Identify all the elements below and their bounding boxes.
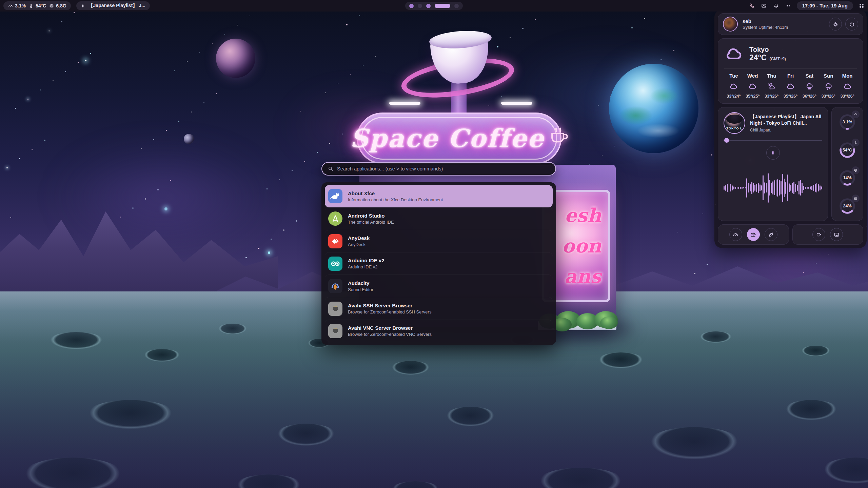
- crater: [217, 324, 248, 335]
- app-row[interactable]: AudacitySound Editor: [325, 275, 553, 297]
- crater: [390, 361, 431, 376]
- seek-slider[interactable]: [724, 138, 822, 143]
- visualizer-bar: [724, 186, 725, 190]
- track-title: 【Japanese Playlist】 Japan All Night - To…: [750, 114, 822, 126]
- workspace-dot-focused[interactable]: [435, 4, 450, 8]
- app-row[interactable]: AnyDeskAnyDesk: [325, 230, 553, 252]
- star: [703, 214, 703, 214]
- star: [6, 167, 8, 168]
- star: [203, 102, 204, 103]
- star: [271, 239, 272, 240]
- topbar-stat-value: 3.1%: [15, 3, 26, 8]
- thermometer-icon: [28, 3, 34, 8]
- visualizer-bar: [807, 187, 808, 189]
- app-launcher-search[interactable]: [321, 162, 556, 176]
- gear-button[interactable]: [829, 18, 842, 30]
- app-launcher-list: About XfceInformation about the Xfce Des…: [321, 182, 556, 345]
- crater: [85, 400, 176, 431]
- visualizer-bar: [769, 180, 770, 196]
- power-profile-leaf-button[interactable]: [765, 228, 777, 241]
- visualizer-bar: [797, 185, 798, 191]
- star: [350, 74, 351, 75]
- visualizer-bar: [750, 184, 751, 191]
- app-row[interactable]: Arduino IDE v2Arduino IDE v2: [325, 252, 553, 275]
- power-button[interactable]: [845, 18, 858, 30]
- tray-icon-wallpaper[interactable]: [761, 3, 767, 9]
- workspace-dot-occupied[interactable]: [426, 4, 431, 8]
- forecast-temps: 33°/26°: [840, 94, 854, 99]
- visualizer-bar: [732, 185, 733, 190]
- app-row[interactable]: Avahi SSH Server BrowserBrowse for Zeroc…: [325, 297, 553, 320]
- forecast-day-name: Thu: [767, 73, 776, 79]
- star: [166, 130, 167, 131]
- star: [78, 62, 79, 63]
- clock[interactable]: 17:09 - Tue, 19 Aug: [797, 1, 853, 10]
- user-card: seb System Uptime: 4h11m: [718, 13, 863, 35]
- speedometer-icon: [852, 110, 860, 118]
- forecast-day: Mon33°/26°: [838, 73, 857, 99]
- android-studio-app-icon: [328, 211, 342, 226]
- tray-icon-bell[interactable]: [773, 3, 779, 9]
- workspace-dot-occupied[interactable]: [409, 4, 414, 8]
- xfce-app-icon: [328, 189, 342, 203]
- window-script-line: oon: [562, 231, 601, 260]
- weather-city: Tokyo: [749, 46, 786, 53]
- thermometer-icon: [852, 139, 860, 146]
- star: [673, 50, 674, 51]
- forecast-day-name: Sun: [824, 73, 833, 79]
- star: [631, 27, 633, 28]
- crater: [646, 427, 743, 462]
- tray-icon-phone[interactable]: [749, 3, 755, 9]
- star: [90, 53, 91, 54]
- star: [279, 179, 280, 180]
- control-panel: seb System Uptime: 4h11m Tokyo 24°C (GMT…: [714, 10, 867, 248]
- screenshot-button[interactable]: [830, 228, 843, 241]
- app-title: Avahi SSH Server Browser: [348, 303, 431, 308]
- weather-temperature: 24°C: [749, 53, 767, 62]
- seek-thumb[interactable]: [724, 138, 729, 143]
- workspace-dot-empty[interactable]: [454, 4, 459, 8]
- visualizer-bar: [727, 184, 728, 192]
- app-row[interactable]: About XfceInformation about the Xfce Des…: [325, 185, 553, 207]
- music-player-card: TOKYO L 【Japanese Playlist】 Japan All Ni…: [718, 107, 828, 221]
- system-stats-pill[interactable]: 3.1%54°C6.8G: [3, 1, 71, 10]
- app-subtitle: The official Android IDE: [348, 220, 394, 225]
- crater: [597, 352, 645, 369]
- app-title: Audacity: [348, 280, 373, 286]
- visualizer-bar: [733, 186, 734, 189]
- apps-grid-icon[interactable]: [859, 3, 865, 9]
- forecast-day: Wed35°/25°: [743, 73, 762, 99]
- workspace-indicator[interactable]: [405, 2, 463, 10]
- gauge-thermometer: 54°C: [837, 140, 858, 161]
- app-row[interactable]: Avahi VNC Server BrowserBrowse for Zeroc…: [325, 320, 553, 342]
- forecast-day: Tue33°/24°: [724, 73, 743, 99]
- forecast-temps: 35°/25°: [746, 94, 760, 99]
- power-profile-scales-button[interactable]: [747, 228, 760, 241]
- sign-lamp: [501, 102, 532, 105]
- star: [65, 71, 66, 72]
- app-texts: Arduino IDE v2Arduino IDE v2: [348, 258, 384, 269]
- visualizer-bar: [781, 181, 782, 195]
- cloud-icon: [724, 44, 744, 64]
- visualizer-bar: [751, 182, 752, 194]
- star: [690, 223, 691, 223]
- search-input[interactable]: [337, 166, 550, 171]
- anydesk-app-icon: [328, 234, 342, 248]
- pause-button[interactable]: [766, 146, 780, 160]
- speedometer-icon: [8, 3, 13, 8]
- workspace-dot-empty[interactable]: [418, 4, 422, 8]
- tray-icon-volume[interactable]: [785, 3, 791, 9]
- visualizer-bar: [746, 178, 747, 198]
- star: [40, 89, 41, 90]
- app-title: Avahi VNC Server Browser: [348, 325, 432, 331]
- power-profile-speedometer-button[interactable]: [729, 228, 742, 241]
- avatar[interactable]: [723, 17, 738, 32]
- visualizer-bar: [816, 183, 817, 192]
- visualizer-bar: [725, 185, 726, 191]
- power-profiles-card: [718, 224, 789, 245]
- app-title: About Xfce: [348, 190, 443, 196]
- app-row[interactable]: Android StudioThe official Android IDE: [325, 207, 553, 230]
- music-status-pill[interactable]: 【Japanese Playlist】 J...: [76, 1, 150, 10]
- video-camera-button[interactable]: [812, 228, 825, 241]
- forecast-temps: 33°/24°: [727, 94, 741, 99]
